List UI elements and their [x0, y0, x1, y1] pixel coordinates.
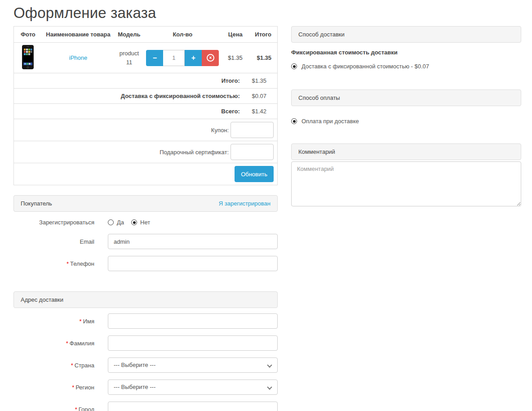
payment-method-panel-header: Способ оплаты	[291, 89, 521, 106]
update-row: Обновить	[14, 163, 278, 185]
order-comment-textarea[interactable]	[291, 161, 521, 206]
country-row: *Страна --- Выберите ---	[13, 357, 278, 373]
last-name-field[interactable]	[108, 335, 278, 351]
cart-header-row: Фото Наименование товара Модель Кол-во Ц…	[14, 27, 278, 43]
coupon-input[interactable]	[231, 122, 274, 138]
payment-method-panel: Способ оплаты Оплата при доставке	[291, 89, 521, 134]
city-field[interactable]	[108, 402, 278, 411]
shipping-method-panel: Способ доставки Фиксированная стоимость …	[291, 26, 521, 80]
city-row: *Город	[13, 402, 278, 411]
shipping-method-option-row: Доставка с фиксированной стоимостью - $0…	[291, 63, 521, 70]
remove-circle-icon: ×	[207, 54, 214, 62]
shipping-address-panel-header: Адрес доставки	[13, 291, 278, 308]
cart-and-customer-column: Фото Наименование товара Модель Кол-во Ц…	[13, 26, 278, 411]
register-label: Зарегистрироваться	[13, 219, 94, 226]
gift-certificate-row: Подарочный сертификат:	[14, 141, 278, 163]
payment-method-option-label: Оплата при доставке	[301, 118, 359, 125]
checkout-page: Оформление заказа Фото Наименование това…	[0, 4, 532, 411]
shipping-method-group-title: Фиксированная стоимость доставки	[291, 49, 521, 56]
email-row: Email	[13, 234, 278, 249]
totals-row-subtotal: Итого: $1.35	[14, 73, 278, 89]
email-field[interactable]	[108, 234, 278, 249]
register-yes-label: Да	[117, 219, 124, 226]
shipping-address-panel-title: Адрес доставки	[21, 296, 63, 303]
last-name-label: *Фамилия	[13, 340, 94, 347]
country-select[interactable]: --- Выберите ---	[108, 357, 278, 373]
city-label: *Город	[13, 406, 94, 411]
product-name-link[interactable]: iPhone	[69, 54, 87, 61]
subtotal-label: Итого:	[14, 73, 246, 89]
customer-panel-header: Покупатель Я зарегистрирован	[13, 195, 278, 212]
quantity-decrease-button[interactable]: −	[146, 50, 163, 66]
required-asterisk: *	[66, 340, 68, 347]
product-model: product 11	[114, 43, 144, 73]
shipping-method-option-label: Доставка с фиксированной стоимостью - $0…	[301, 63, 429, 70]
plus-icon: +	[191, 54, 195, 62]
quantity-input[interactable]	[163, 50, 185, 66]
column-header-quantity: Кол-во	[144, 27, 222, 43]
cart-table: Фото Наименование товара Модель Кол-во Ц…	[13, 26, 278, 185]
register-yes-radio[interactable]	[108, 219, 114, 225]
grand-total-value: $1.42	[246, 104, 278, 119]
last-name-row: *Фамилия	[13, 335, 278, 351]
first-name-label: *Имя	[13, 318, 94, 325]
first-name-row: *Имя	[13, 313, 278, 329]
comment-panel: Комментарий	[291, 143, 521, 208]
product-total: $1.35	[246, 43, 278, 73]
required-asterisk: *	[80, 318, 82, 325]
coupon-label: Купон:	[211, 127, 229, 134]
product-price: $1.35	[221, 43, 246, 73]
column-header-total: Итого	[246, 27, 278, 43]
totals-row-grand-total: Всего: $1.42	[14, 104, 278, 119]
payment-method-panel-title: Способ оплаты	[298, 94, 340, 101]
phone-field[interactable]	[108, 256, 278, 271]
i-am-registered-link[interactable]: Я зарегистрирован	[219, 200, 270, 207]
update-cart-button[interactable]: Обновить	[235, 166, 274, 182]
country-label: *Страна	[13, 362, 94, 369]
payment-method-radio[interactable]	[291, 118, 297, 124]
region-select-value: --- Выберите ---	[114, 384, 155, 390]
required-asterisk: *	[66, 260, 69, 267]
chevron-down-icon	[267, 362, 272, 367]
required-asterisk: *	[71, 362, 73, 369]
remove-item-button[interactable]: ×	[202, 50, 219, 66]
shipping-total-label: Доставка с фиксированной стоимостью:	[14, 89, 246, 104]
page-title: Оформление заказа	[13, 4, 521, 22]
quantity-control: − + ×	[146, 50, 219, 66]
column-header-name: Наименование товара	[42, 27, 114, 43]
register-option-row: Зарегистрироваться Да Нет	[13, 219, 278, 226]
checkout-options-column: Способ доставки Фиксированная стоимость …	[291, 26, 521, 217]
comment-panel-title: Комментарий	[298, 148, 335, 155]
grand-total-label: Всего:	[14, 104, 246, 119]
shipping-method-panel-header: Способ доставки	[291, 26, 521, 43]
phone-label: *Телефон	[13, 260, 94, 267]
gift-certificate-input[interactable]	[231, 144, 274, 160]
column-header-model: Модель	[114, 27, 144, 43]
required-asterisk: *	[75, 406, 77, 411]
coupon-row: Купон:	[14, 119, 278, 141]
payment-method-option-row: Оплата при доставке	[291, 118, 521, 125]
column-header-price: Цена	[221, 27, 246, 43]
minus-icon: −	[153, 54, 157, 62]
country-select-value: --- Выберите ---	[114, 362, 155, 368]
product-thumbnail-iphone	[21, 45, 35, 70]
region-row: *Регион --- Выберите ---	[13, 380, 278, 395]
quantity-increase-button[interactable]: +	[185, 50, 202, 66]
shipping-method-radio[interactable]	[291, 63, 297, 69]
column-header-photo: Фото	[14, 27, 42, 43]
subtotal-value: $1.35	[246, 73, 278, 89]
cart-item-row: iPhone product 11 − + × $1.35 $1.35	[14, 43, 278, 73]
comment-panel-header: Комментарий	[291, 143, 521, 160]
email-label: Email	[13, 238, 94, 245]
gift-certificate-label: Подарочный сертификат:	[160, 149, 229, 156]
register-no-radio[interactable]	[131, 219, 137, 225]
totals-row-shipping: Доставка с фиксированной стоимостью: $0.…	[14, 89, 278, 104]
required-asterisk: *	[72, 384, 74, 391]
chevron-down-icon	[267, 384, 272, 389]
first-name-field[interactable]	[108, 313, 278, 329]
register-no-label: Нет	[140, 219, 150, 226]
region-label: *Регион	[13, 384, 94, 391]
shipping-method-panel-title: Способ доставки	[298, 31, 345, 38]
region-select[interactable]: --- Выберите ---	[108, 380, 278, 395]
customer-panel-title: Покупатель	[21, 200, 52, 207]
